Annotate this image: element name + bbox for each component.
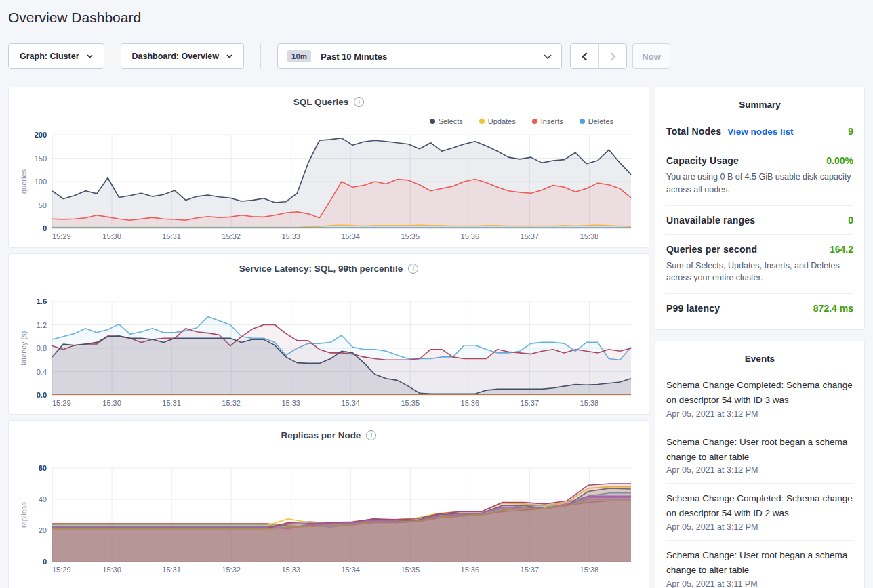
legend-item-updates: Updates	[479, 117, 516, 125]
svg-text:15:31: 15:31	[162, 399, 181, 407]
svg-text:15:36: 15:36	[461, 566, 480, 574]
svg-text:15:30: 15:30	[102, 232, 121, 240]
svg-text:60: 60	[39, 464, 47, 472]
unavailable-ranges-label: Unavailable ranges	[666, 215, 755, 226]
legend-dot	[532, 119, 537, 124]
svg-text:15:33: 15:33	[281, 399, 300, 407]
chart-card-service-latency: Service Latency: SQL, 99th percentile i …	[8, 253, 649, 415]
summary-row-qps: Queries per second 164.2 Sum of Selects,…	[666, 234, 853, 294]
svg-text:15:30: 15:30	[102, 566, 121, 574]
toolbar-divider	[260, 43, 261, 69]
dashboard-dropdown[interactable]: Dashboard: Overview	[121, 43, 245, 69]
chart-header: Replicas per Node i	[18, 429, 639, 441]
event-item[interactable]: Schema Change: User root began a schema …	[666, 427, 853, 484]
time-range-badge: 10m	[287, 50, 311, 62]
svg-text:15:32: 15:32	[222, 566, 241, 574]
svg-text:0.4: 0.4	[37, 368, 47, 376]
svg-text:0: 0	[43, 558, 47, 566]
time-range-picker[interactable]: 10m Past 10 Minutes	[277, 43, 562, 69]
graph-dropdown[interactable]: Graph: Cluster	[8, 43, 104, 69]
p99-latency-value: 872.4 ms	[813, 303, 853, 314]
legend-dot	[430, 119, 435, 124]
svg-text:15:34: 15:34	[341, 232, 360, 240]
svg-text:15:29: 15:29	[52, 399, 71, 407]
event-item[interactable]: Schema Change Completed: Schema change o…	[666, 371, 853, 427]
info-icon[interactable]: i	[354, 97, 364, 107]
svg-text:15:32: 15:32	[222, 399, 241, 407]
toolbar: Graph: Cluster Dashboard: Overview 10m P…	[8, 43, 865, 70]
chevron-down-icon	[544, 54, 552, 59]
time-step-arrows	[570, 43, 627, 69]
chart-legend: SelectsUpdatesInsertsDeletes	[430, 117, 613, 125]
page: Overview Dashboard Graph: Cluster Dashbo…	[0, 9, 873, 588]
page-title: Overview Dashboard	[8, 9, 865, 26]
svg-text:15:38: 15:38	[580, 566, 599, 574]
info-icon[interactable]: i	[366, 430, 376, 440]
chart-card-replicas-per-node: Replicas per Node i 15:2915:3015:3115:32…	[8, 420, 649, 588]
event-timestamp: Apr 05, 2021 at 3:12 PM	[666, 522, 853, 532]
events-card: Events Schema Change Completed: Schema c…	[655, 341, 865, 588]
svg-text:15:36: 15:36	[461, 399, 480, 407]
chart-title: Service Latency: SQL, 99th percentile	[239, 264, 403, 274]
legend-dot	[479, 119, 485, 124]
svg-text:200: 200	[35, 131, 47, 139]
summary-row-unavailable-ranges: Unavailable ranges 0	[666, 205, 853, 234]
now-button[interactable]: Now	[632, 43, 670, 69]
event-text: Schema Change Completed: Schema change o…	[666, 491, 853, 521]
sidebar: Summary Total Nodes View nodes list 9 Ca…	[655, 87, 865, 588]
svg-text:1.2: 1.2	[37, 321, 47, 329]
svg-text:15:33: 15:33	[281, 232, 300, 240]
replicas-per-node-chart[interactable]: 15:2915:3015:3115:3215:3315:3415:3515:36…	[18, 463, 639, 576]
chart-card-sql-queries: SQL Queries i SelectsUpdatesInsertsDelet…	[8, 87, 649, 248]
events-title: Events	[666, 351, 853, 371]
capacity-usage-value: 0.00%	[826, 155, 853, 166]
svg-text:15:33: 15:33	[281, 566, 300, 574]
svg-text:15:29: 15:29	[52, 232, 71, 240]
svg-text:15:34: 15:34	[341, 399, 360, 407]
svg-text:50: 50	[39, 201, 47, 209]
events-list: Schema Change Completed: Schema change o…	[666, 371, 853, 588]
service-latency-chart[interactable]: 15:2915:3015:3115:3215:3315:3415:3515:36…	[18, 296, 639, 410]
svg-text:queries: queries	[20, 169, 28, 194]
svg-text:0.0: 0.0	[37, 391, 47, 399]
event-timestamp: Apr 05, 2021 at 3:12 PM	[666, 465, 853, 475]
prev-range-button[interactable]	[571, 44, 598, 68]
chart-title: SQL Queries	[293, 97, 349, 107]
event-item[interactable]: Schema Change: User root began a schema …	[666, 540, 853, 588]
p99-latency-label: P99 latency	[666, 303, 720, 314]
dashboard-dropdown-label: Dashboard: Overview	[132, 51, 220, 61]
svg-text:15:38: 15:38	[580, 232, 599, 240]
summary-card: Summary Total Nodes View nodes list 9 Ca…	[655, 87, 865, 330]
svg-text:20: 20	[39, 526, 47, 534]
chevron-down-icon	[226, 54, 232, 58]
legend-item-inserts: Inserts	[532, 117, 563, 125]
chevron-right-icon	[610, 52, 616, 61]
svg-text:15:30: 15:30	[102, 399, 121, 407]
legend-dot	[580, 119, 585, 124]
unavailable-ranges-value: 0	[848, 215, 853, 226]
chart-header: SQL Queries i	[18, 96, 639, 108]
svg-text:40: 40	[39, 495, 47, 503]
svg-text:1.6: 1.6	[37, 297, 47, 306]
info-icon[interactable]: i	[408, 264, 418, 274]
svg-text:15:37: 15:37	[521, 399, 540, 407]
sql-queries-chart[interactable]: 15:2915:3015:3115:3215:3315:3415:3515:36…	[18, 129, 639, 243]
svg-text:15:34: 15:34	[341, 566, 360, 574]
view-nodes-list-link[interactable]: View nodes list	[727, 127, 793, 137]
svg-text:15:32: 15:32	[222, 232, 241, 240]
qps-label: Queries per second	[666, 244, 757, 255]
event-item[interactable]: Schema Change Completed: Schema change o…	[666, 483, 853, 540]
total-nodes-value: 9	[848, 126, 853, 137]
next-range-button[interactable]	[598, 44, 626, 68]
chevron-down-icon	[87, 54, 93, 58]
event-text: Schema Change Completed: Schema change o…	[666, 378, 853, 408]
svg-text:0: 0	[43, 224, 47, 232]
qps-description: Sum of Selects, Updates, Inserts, and De…	[666, 259, 853, 285]
event-text: Schema Change: User root began a schema …	[666, 548, 853, 578]
legend-item-deletes: Deletes	[580, 117, 613, 125]
charts-column: SQL Queries i SelectsUpdatesInsertsDelet…	[8, 87, 649, 588]
legend-item-selects: Selects	[430, 117, 463, 125]
svg-text:150: 150	[35, 154, 47, 163]
summary-row-capacity: Capacity Usage 0.00% You are using 0 B o…	[666, 146, 853, 205]
svg-text:15:37: 15:37	[521, 232, 540, 240]
